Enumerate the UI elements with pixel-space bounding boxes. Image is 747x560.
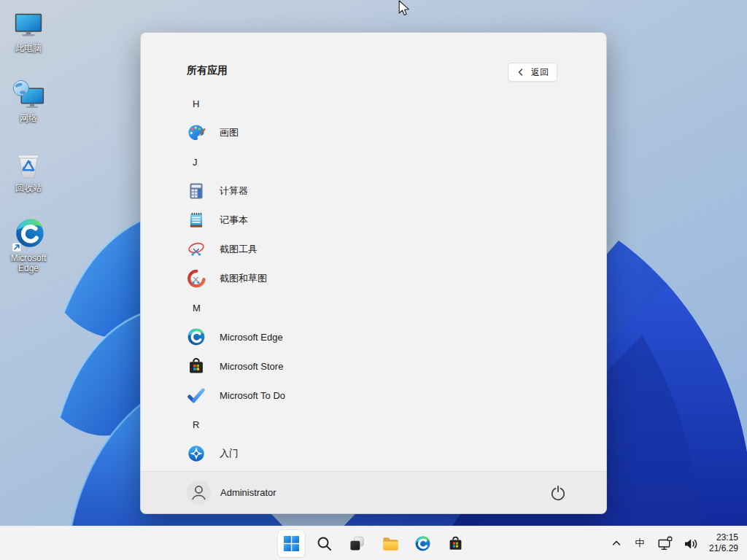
system-tray: 中 23:15 21/6.29: [607, 526, 747, 560]
calculator-icon: [187, 182, 206, 201]
taskbar-file-explorer-button[interactable]: [376, 530, 403, 557]
section-label: R: [193, 419, 199, 430]
desktop-icon-label: 此电脑: [15, 43, 42, 53]
taskbar-store-button[interactable]: [442, 530, 469, 557]
desktop-icon-label: 回收站: [15, 183, 42, 193]
start-menu-all-apps-panel: 所有应用 返回 H 画图 J: [140, 32, 607, 514]
user-account-button[interactable]: Administrator: [187, 481, 276, 505]
start-menu-footer: Administrator: [141, 471, 606, 513]
app-item-label: Microsoft Edge: [220, 332, 283, 343]
get-started-icon: [187, 444, 206, 463]
section-label: M: [193, 303, 201, 314]
app-item-label: 截图和草图: [220, 272, 267, 285]
app-item-snipping-tool[interactable]: 截图工具: [141, 235, 606, 264]
app-item-snip-and-sketch[interactable]: 截图和草图: [141, 264, 606, 293]
tray-volume-button[interactable]: [679, 531, 702, 556]
section-letter-h[interactable]: H: [141, 89, 606, 118]
recycle-bin-icon: [12, 149, 45, 182]
network-icon: [12, 79, 45, 112]
all-apps-list: H 画图 J: [141, 89, 606, 468]
avatar: [187, 481, 211, 505]
desktop-icon-label: 网络: [20, 113, 37, 123]
app-item-get-started[interactable]: 入门: [141, 439, 606, 468]
store-icon: [447, 535, 464, 552]
desktop-icon-recycle-bin[interactable]: 回收站: [1, 149, 55, 219]
windows-logo-icon: [283, 535, 300, 552]
app-item-calculator[interactable]: 计算器: [141, 176, 606, 206]
section-label: J: [193, 157, 198, 168]
back-button[interactable]: 返回: [508, 63, 557, 82]
edge-icon: [187, 327, 206, 346]
desktop-icon-column: 此电脑 网络 回收站 Microsoft Edge: [1, 9, 55, 289]
this-pc-icon: [12, 9, 45, 42]
desktop-icon-label: Microsoft Edge: [1, 253, 55, 273]
app-item-label: Microsoft Store: [220, 361, 283, 372]
desktop-icon-microsoft-edge[interactable]: Microsoft Edge: [1, 219, 55, 289]
taskbar: 中 23:15 21/6.29: [0, 526, 747, 560]
volume-icon: [683, 536, 698, 551]
clock-date: 21/6.29: [709, 543, 738, 554]
edge-icon: [414, 535, 431, 552]
app-item-paint[interactable]: 画图: [141, 118, 606, 147]
app-item-microsoft-edge[interactable]: Microsoft Edge: [141, 322, 606, 351]
edge-shortcut-icon: [12, 219, 45, 252]
app-item-label: 截图工具: [220, 243, 258, 256]
clock-time: 23:15: [709, 532, 738, 543]
tray-network-button[interactable]: [654, 531, 677, 556]
store-icon: [187, 357, 206, 376]
paint-icon: [187, 123, 206, 142]
notepad-icon: [187, 211, 206, 230]
search-icon: [316, 535, 333, 552]
desktop-icon-network[interactable]: 网络: [1, 79, 55, 149]
app-item-microsoft-store[interactable]: Microsoft Store: [141, 351, 606, 381]
chevron-up-icon: [611, 537, 622, 549]
all-apps-title: 所有应用: [187, 64, 228, 77]
desktop-icon-this-pc[interactable]: 此电脑: [1, 9, 55, 79]
back-button-label: 返回: [531, 66, 549, 79]
user-name: Administrator: [220, 487, 276, 498]
app-item-label: 画图: [220, 126, 239, 139]
taskbar-edge-button[interactable]: [409, 530, 436, 557]
app-item-notepad[interactable]: 记事本: [141, 206, 606, 235]
taskbar-search-button[interactable]: [311, 530, 338, 557]
file-explorer-icon: [382, 535, 398, 552]
taskbar-task-view-button[interactable]: [344, 530, 371, 557]
section-letter-r[interactable]: R: [141, 410, 606, 439]
snipping-tool-icon: [187, 240, 206, 259]
tray-clock[interactable]: 23:15 21/6.29: [704, 532, 738, 554]
power-button[interactable]: [543, 479, 573, 506]
tray-ime-button[interactable]: 中: [628, 531, 651, 556]
section-letter-m[interactable]: M: [141, 293, 606, 322]
power-icon: [549, 484, 567, 502]
section-letter-j[interactable]: J: [141, 147, 606, 176]
app-item-label: 记事本: [220, 214, 248, 227]
app-item-label: 入门: [220, 447, 239, 460]
task-view-icon: [349, 535, 365, 552]
chevron-left-icon: [516, 68, 525, 77]
app-item-label: 计算器: [220, 184, 248, 198]
snip-sketch-icon: [187, 269, 206, 288]
section-label: H: [193, 98, 199, 109]
app-item-label: Microsoft To Do: [220, 390, 285, 401]
todo-icon: [187, 386, 206, 405]
app-item-microsoft-to-do[interactable]: Microsoft To Do: [141, 381, 606, 410]
user-icon: [187, 481, 211, 505]
tray-chevron-button[interactable]: [607, 531, 626, 556]
network-ethernet-icon: [657, 536, 673, 551]
taskbar-start-button[interactable]: [278, 530, 305, 557]
